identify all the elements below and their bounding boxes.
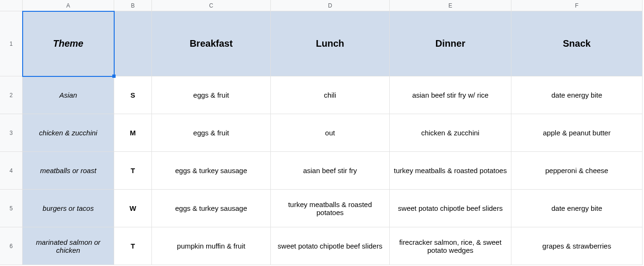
- cell-b5[interactable]: W: [114, 190, 152, 227]
- row-header-6[interactable]: 6: [0, 227, 23, 265]
- spreadsheet-grid: A B C D E F 1 Theme Breakfast Lunch Dinn…: [0, 0, 644, 265]
- cell-d2[interactable]: chili: [271, 76, 390, 114]
- cell-d4[interactable]: asian beef stir fry: [271, 152, 390, 190]
- row-header-3[interactable]: 3: [0, 114, 23, 152]
- cell-b6[interactable]: T: [114, 227, 152, 265]
- cell-e5[interactable]: sweet potato chipotle beef sliders: [390, 190, 511, 227]
- col-header-e[interactable]: E: [390, 0, 511, 11]
- cell-c4[interactable]: eggs & turkey sausage: [152, 152, 271, 190]
- cell-f4[interactable]: pepperoni & cheese: [511, 152, 643, 190]
- cell-e4[interactable]: turkey meatballs & roasted potatoes: [390, 152, 511, 190]
- col-header-f[interactable]: F: [511, 0, 643, 11]
- col-header-c[interactable]: C: [152, 0, 271, 11]
- select-all-corner[interactable]: [0, 0, 23, 11]
- cell-a6[interactable]: marinated salmon or chicken: [23, 227, 114, 265]
- cell-a4[interactable]: meatballs or roast: [23, 152, 114, 190]
- cell-e6[interactable]: firecracker salmon, rice, & sweet potato…: [390, 227, 511, 265]
- cell-b1[interactable]: [114, 11, 152, 76]
- cell-c1[interactable]: Breakfast: [152, 11, 271, 76]
- cell-f2[interactable]: date energy bite: [511, 76, 643, 114]
- cell-c3[interactable]: eggs & fruit: [152, 114, 271, 152]
- selection-drag-handle[interactable]: [112, 75, 116, 78]
- col-header-d[interactable]: D: [271, 0, 390, 11]
- row-header-4[interactable]: 4: [0, 152, 23, 190]
- cell-c6[interactable]: pumpkin muffin & fruit: [152, 227, 271, 265]
- cell-f1[interactable]: Snack: [511, 11, 643, 76]
- cell-a2[interactable]: Asian: [23, 76, 114, 114]
- col-header-a[interactable]: A: [23, 0, 114, 11]
- cell-f6[interactable]: grapes & strawberries: [511, 227, 643, 265]
- cell-d3[interactable]: out: [271, 114, 390, 152]
- cell-c5[interactable]: eggs & turkey sausage: [152, 190, 271, 227]
- cell-b3[interactable]: M: [114, 114, 152, 152]
- cell-a1[interactable]: Theme: [23, 11, 114, 76]
- cell-a5[interactable]: burgers or tacos: [23, 190, 114, 227]
- cell-d1[interactable]: Lunch: [271, 11, 390, 76]
- cell-e3[interactable]: chicken & zucchini: [390, 114, 511, 152]
- cell-d6[interactable]: sweet potato chipotle beef sliders: [271, 227, 390, 265]
- row-header-1[interactable]: 1: [0, 11, 23, 76]
- row-header-5[interactable]: 5: [0, 190, 23, 227]
- cell-e1[interactable]: Dinner: [390, 11, 511, 76]
- row-header-2[interactable]: 2: [0, 76, 23, 114]
- cell-b2[interactable]: S: [114, 76, 152, 114]
- cell-f5[interactable]: date energy bite: [511, 190, 643, 227]
- cell-c2[interactable]: eggs & fruit: [152, 76, 271, 114]
- cell-d5[interactable]: turkey meatballs & roasted potatoes: [271, 190, 390, 227]
- header-theme-label: Theme: [53, 38, 83, 49]
- cell-a3[interactable]: chicken & zucchini: [23, 114, 114, 152]
- col-header-b[interactable]: B: [114, 0, 152, 11]
- cell-e2[interactable]: asian beef stir fry w/ rice: [390, 76, 511, 114]
- cell-b4[interactable]: T: [114, 152, 152, 190]
- cell-f3[interactable]: apple & peanut butter: [511, 114, 643, 152]
